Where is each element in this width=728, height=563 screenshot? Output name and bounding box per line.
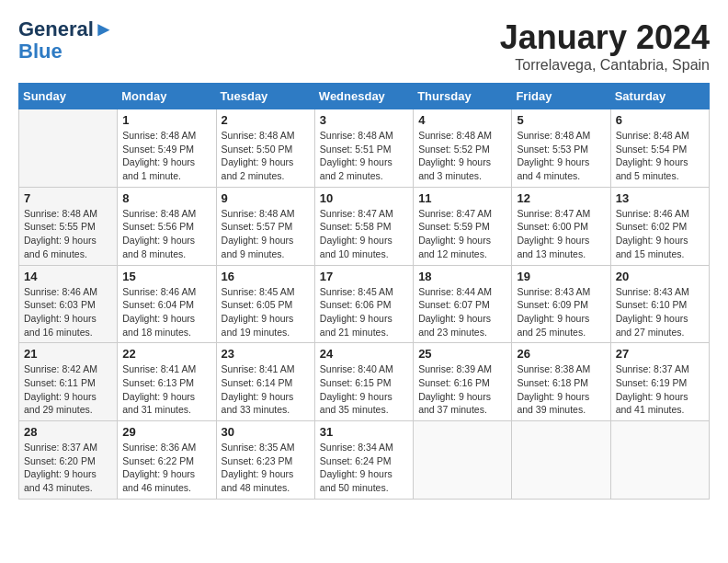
week-row-5: 28Sunrise: 8:37 AM Sunset: 6:20 PM Dayli… [19,421,710,500]
logo-text: General► [18,18,114,40]
day-info: Sunrise: 8:45 AM Sunset: 6:05 PM Dayligh… [222,285,310,339]
week-row-1: 1Sunrise: 8:48 AM Sunset: 5:49 PM Daylig… [19,109,710,188]
day-number: 9 [222,191,310,205]
day-number: 16 [222,270,310,283]
day-info: Sunrise: 8:48 AM Sunset: 5:52 PM Dayligh… [418,129,506,183]
day-cell: 30Sunrise: 8:35 AM Sunset: 6:23 PM Dayli… [216,421,314,500]
day-info: Sunrise: 8:45 AM Sunset: 6:06 PM Dayligh… [320,285,408,339]
day-number: 30 [222,425,310,439]
day-number: 2 [222,113,310,127]
day-info: Sunrise: 8:46 AM Sunset: 6:02 PM Dayligh… [616,207,704,261]
day-info: Sunrise: 8:47 AM Sunset: 5:59 PM Dayligh… [418,207,506,261]
day-info: Sunrise: 8:42 AM Sunset: 6:11 PM Dayligh… [24,362,112,417]
header-cell-sunday: Sunday [19,84,118,109]
logo: General► Blue [18,18,114,63]
day-number: 27 [616,347,704,361]
day-number: 13 [616,191,704,205]
day-info: Sunrise: 8:43 AM Sunset: 6:10 PM Dayligh… [616,285,704,339]
day-number: 3 [320,113,408,127]
day-cell: 8Sunrise: 8:48 AM Sunset: 5:56 PM Daylig… [118,187,216,265]
day-cell: 3Sunrise: 8:48 AM Sunset: 5:51 PM Daylig… [314,109,413,188]
day-cell: 4Sunrise: 8:48 AM Sunset: 5:52 PM Daylig… [414,109,512,188]
day-cell [414,421,512,500]
day-cell: 23Sunrise: 8:41 AM Sunset: 6:14 PM Dayli… [216,343,314,421]
day-info: Sunrise: 8:37 AM Sunset: 6:19 PM Dayligh… [616,362,704,417]
day-cell: 2Sunrise: 8:48 AM Sunset: 5:50 PM Daylig… [216,109,314,188]
day-cell: 20Sunrise: 8:43 AM Sunset: 6:10 PM Dayli… [610,265,709,343]
week-row-3: 14Sunrise: 8:46 AM Sunset: 6:03 PM Dayli… [19,265,710,343]
day-info: Sunrise: 8:48 AM Sunset: 5:50 PM Dayligh… [222,129,310,183]
logo-blue: Blue [18,40,114,63]
header-row: SundayMondayTuesdayWednesdayThursdayFrid… [19,84,710,109]
day-cell: 12Sunrise: 8:47 AM Sunset: 6:00 PM Dayli… [512,187,610,265]
day-cell: 27Sunrise: 8:37 AM Sunset: 6:19 PM Dayli… [610,343,709,421]
day-cell: 1Sunrise: 8:48 AM Sunset: 5:49 PM Daylig… [118,109,216,188]
day-number: 31 [320,425,408,439]
day-info: Sunrise: 8:48 AM Sunset: 5:56 PM Dayligh… [122,207,210,261]
calendar-subtitle: Torrelavega, Cantabria, Spain [500,57,710,74]
day-info: Sunrise: 8:37 AM Sunset: 6:20 PM Dayligh… [24,441,112,495]
day-cell [19,109,118,188]
day-number: 8 [122,191,210,205]
header-cell-saturday: Saturday [610,84,709,109]
day-cell: 19Sunrise: 8:43 AM Sunset: 6:09 PM Dayli… [512,265,610,343]
day-number: 4 [418,113,506,127]
day-info: Sunrise: 8:48 AM Sunset: 5:55 PM Dayligh… [24,207,112,261]
day-info: Sunrise: 8:47 AM Sunset: 6:00 PM Dayligh… [517,207,605,261]
day-number: 24 [320,347,408,361]
day-info: Sunrise: 8:47 AM Sunset: 5:58 PM Dayligh… [320,207,408,261]
day-number: 21 [24,347,112,361]
day-number: 6 [616,113,704,127]
day-number: 28 [24,425,112,439]
day-number: 20 [616,270,704,283]
day-number: 11 [418,191,506,205]
day-info: Sunrise: 8:35 AM Sunset: 6:23 PM Dayligh… [222,441,310,495]
page-header: General► Blue January 2024 Torrelavega, … [18,18,710,74]
day-cell: 7Sunrise: 8:48 AM Sunset: 5:55 PM Daylig… [19,187,118,265]
day-cell: 18Sunrise: 8:44 AM Sunset: 6:07 PM Dayli… [414,265,512,343]
day-number: 22 [122,347,210,361]
day-info: Sunrise: 8:46 AM Sunset: 6:04 PM Dayligh… [122,285,210,339]
day-cell: 5Sunrise: 8:48 AM Sunset: 5:53 PM Daylig… [512,109,610,188]
day-number: 15 [122,270,210,283]
day-number: 25 [418,347,506,361]
day-cell: 25Sunrise: 8:39 AM Sunset: 6:16 PM Dayli… [414,343,512,421]
day-info: Sunrise: 8:38 AM Sunset: 6:18 PM Dayligh… [517,362,605,417]
day-info: Sunrise: 8:36 AM Sunset: 6:22 PM Dayligh… [122,441,210,495]
calendar-title: January 2024 [500,18,710,57]
day-number: 26 [517,347,605,361]
day-number: 12 [517,191,605,205]
day-cell: 16Sunrise: 8:45 AM Sunset: 6:05 PM Dayli… [216,265,314,343]
day-cell: 10Sunrise: 8:47 AM Sunset: 5:58 PM Dayli… [314,187,413,265]
header-cell-monday: Monday [118,84,216,109]
day-cell: 31Sunrise: 8:34 AM Sunset: 6:24 PM Dayli… [314,421,413,500]
day-cell: 14Sunrise: 8:46 AM Sunset: 6:03 PM Dayli… [19,265,118,343]
day-cell: 13Sunrise: 8:46 AM Sunset: 6:02 PM Dayli… [610,187,709,265]
header-cell-friday: Friday [512,84,610,109]
day-info: Sunrise: 8:48 AM Sunset: 5:53 PM Dayligh… [517,129,605,183]
header-cell-tuesday: Tuesday [216,84,314,109]
day-cell: 11Sunrise: 8:47 AM Sunset: 5:59 PM Dayli… [414,187,512,265]
day-number: 23 [222,347,310,361]
title-block: January 2024 Torrelavega, Cantabria, Spa… [500,18,710,74]
day-info: Sunrise: 8:41 AM Sunset: 6:14 PM Dayligh… [222,362,310,417]
day-cell [512,421,610,500]
day-cell: 24Sunrise: 8:40 AM Sunset: 6:15 PM Dayli… [314,343,413,421]
day-info: Sunrise: 8:34 AM Sunset: 6:24 PM Dayligh… [320,441,408,495]
day-info: Sunrise: 8:48 AM Sunset: 5:57 PM Dayligh… [222,207,310,261]
day-cell: 29Sunrise: 8:36 AM Sunset: 6:22 PM Dayli… [118,421,216,500]
day-info: Sunrise: 8:39 AM Sunset: 6:16 PM Dayligh… [418,362,506,417]
day-info: Sunrise: 8:41 AM Sunset: 6:13 PM Dayligh… [122,362,210,417]
day-cell: 28Sunrise: 8:37 AM Sunset: 6:20 PM Dayli… [19,421,118,500]
day-cell: 6Sunrise: 8:48 AM Sunset: 5:54 PM Daylig… [610,109,709,188]
day-info: Sunrise: 8:40 AM Sunset: 6:15 PM Dayligh… [320,362,408,417]
day-info: Sunrise: 8:48 AM Sunset: 5:49 PM Dayligh… [122,129,210,183]
day-cell [610,421,709,500]
day-cell: 15Sunrise: 8:46 AM Sunset: 6:04 PM Dayli… [118,265,216,343]
week-row-4: 21Sunrise: 8:42 AM Sunset: 6:11 PM Dayli… [19,343,710,421]
day-number: 14 [24,270,112,283]
day-cell: 26Sunrise: 8:38 AM Sunset: 6:18 PM Dayli… [512,343,610,421]
day-number: 29 [122,425,210,439]
day-number: 1 [122,113,210,127]
header-cell-thursday: Thursday [414,84,512,109]
